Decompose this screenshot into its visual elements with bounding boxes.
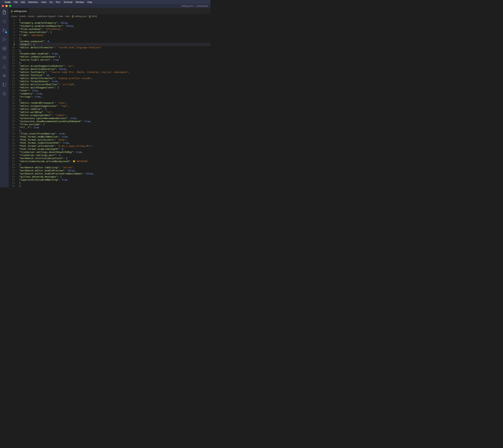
- line-number: 5: [9, 31, 15, 34]
- svg-rect-5: [3, 49, 4, 50]
- code-line[interactable]: "window.zoomLevel": 0,: [19, 40, 210, 43]
- code-line[interactable]: "breadcrumbs.enabled": true,: [19, 52, 210, 55]
- code-line[interactable]: },: [19, 98, 210, 101]
- code-line[interactable]: "workbench.editor.enablePreview": false,: [19, 169, 210, 172]
- crumb-code[interactable]: Code: [58, 15, 63, 17]
- code-line[interactable]: "editor.fontSize": 13,: [19, 74, 210, 77]
- menu-terminal[interactable]: Terminal: [64, 1, 72, 3]
- crumb-appsupport[interactable]: Application Support: [37, 15, 56, 17]
- code-line[interactable]: "files.insertFinalNewline": true,: [19, 132, 210, 135]
- explorer-icon[interactable]: [2, 10, 7, 15]
- code-line[interactable]: "html.format.extraLiners": "body",: [19, 138, 210, 141]
- code-line[interactable]: "telemetry.enableCrashReporter": false,: [19, 24, 210, 28]
- code-line[interactable]: "strings": true,: [19, 95, 210, 98]
- menu-run[interactable]: Run: [56, 1, 60, 3]
- code-line[interactable]: "editor.codeActionsOnSave": {: [19, 55, 210, 58]
- code-line[interactable]: "workbench.editor.tabSizing": "shrink",: [19, 166, 210, 169]
- code-line[interactable]: },: [19, 163, 210, 166]
- code-line[interactable]: },: [19, 129, 210, 132]
- line-number: 3: [9, 24, 15, 28]
- code-line[interactable]: "editor.wrappingIndent": "indent",: [19, 114, 210, 117]
- code-line[interactable]: "extensions.showRecommendationsOnlyOnDem…: [19, 120, 210, 123]
- code-line[interactable]: "other": true,: [19, 89, 210, 92]
- project-manager-icon[interactable]: [2, 82, 7, 87]
- menu-go[interactable]: Go: [50, 1, 52, 3]
- code-line[interactable]: "editor.defaultFormatter": "vscode.html-…: [19, 46, 210, 49]
- code-line[interactable]: "html.format.wrapLineLength": 0,: [19, 147, 210, 151]
- code-line[interactable]: "html.format.endWithNewline": true,: [19, 135, 210, 138]
- code-line[interactable]: "[html]": {: [19, 43, 210, 46]
- menu-view[interactable]: View: [41, 1, 46, 3]
- line-number: 8: [9, 40, 15, 43]
- svg-rect-10: [3, 75, 4, 76]
- menu-edit[interactable]: Edit: [21, 1, 25, 3]
- code-line[interactable]: "liveServer.settings.donotShowInfoMsg": …: [19, 151, 210, 154]
- code-line[interactable]: "suppressGitDisabledWarning": true: [19, 178, 210, 181]
- code-line[interactable]: "telemetry.enableTelemetry": false,: [19, 21, 210, 24]
- code-editor[interactable]: 1234567891011121314151617181920212223242…: [9, 18, 210, 187]
- gitlens-icon[interactable]: [2, 55, 7, 60]
- code-line[interactable]: "editor.wordWrap": "on",: [19, 111, 210, 114]
- chevron-right-icon: ›: [87, 15, 88, 17]
- line-number: 53: [9, 178, 15, 181]
- code-line[interactable]: },: [19, 61, 210, 64]
- code-line[interactable]: "**/._*": true: [19, 126, 210, 129]
- code-line[interactable]: "html.format.unformatted": "b,em,i,span,…: [19, 144, 210, 147]
- code-line[interactable]: "gitlens.advanced.messages": {: [19, 175, 210, 178]
- code-line[interactable]: "editorIndentGuide.activeBackground": "#…: [19, 160, 210, 163]
- menu-file[interactable]: File: [14, 1, 18, 3]
- crumb-ricardo[interactable]: ricardo: [19, 15, 26, 17]
- line-number-gutter: 1234567891011121314151617181920212223242…: [9, 18, 18, 187]
- code-line[interactable]: "*.md": "markdown": [19, 34, 210, 37]
- code-line[interactable]: "editor.snippetSuggestions": "top",: [19, 104, 210, 108]
- code-line[interactable]: "editor.quickSuggestions": {: [19, 86, 210, 89]
- line-number: 42: [9, 144, 15, 147]
- code-line[interactable]: }: [19, 181, 210, 184]
- search-icon[interactable]: [2, 19, 7, 24]
- code-line[interactable]: "extensions.ignoreRecommendations": true…: [19, 117, 210, 120]
- extensions-icon[interactable]: [2, 46, 7, 51]
- code-line[interactable]: "editor.defaultFormatter": "esbenp.prett…: [19, 77, 210, 80]
- code-line[interactable]: {: [19, 18, 210, 21]
- menu-selection[interactable]: Selection: [28, 1, 38, 3]
- code-line[interactable]: }: [19, 184, 210, 187]
- code-line[interactable]: "editor.multiCursorModifier": "ctrlCmd",: [19, 83, 210, 86]
- code-line[interactable]: "editor.tabSize": 2,: [19, 108, 210, 111]
- tab-settings-json[interactable]: {} settings.json: [9, 8, 29, 14]
- code-line[interactable]: "comments": true,: [19, 92, 210, 95]
- code-line[interactable]: },: [19, 49, 210, 52]
- code-line[interactable]: },: [19, 37, 210, 40]
- live-share-icon[interactable]: [2, 91, 7, 96]
- crumb-users[interactable]: Users: [11, 15, 17, 17]
- code-line[interactable]: "files.exclude": {: [19, 123, 210, 126]
- code-line[interactable]: "files.autoSave": "afterDelay",: [19, 28, 210, 31]
- code-line[interactable]: "editor.detectIndentation": false,: [19, 67, 210, 71]
- crumb-symbol[interactable]: [html]: [92, 15, 97, 17]
- code-line[interactable]: "html.format.indentInnerHtml": true,: [19, 141, 210, 144]
- minimize-window-button[interactable]: [5, 5, 8, 7]
- azure-icon[interactable]: [2, 64, 7, 69]
- code-line[interactable]: "editor.formatOnSave": true,: [19, 80, 210, 83]
- code-line[interactable]: "source.fixAll.eslint": true: [19, 58, 210, 61]
- docker-icon[interactable]: [2, 73, 7, 78]
- code-line[interactable]: "editor.acceptSuggestionOnEnter": "on",: [19, 64, 210, 67]
- crumb-library[interactable]: Library: [28, 15, 34, 17]
- source-control-icon[interactable]: 3: [2, 28, 7, 33]
- code-line[interactable]: "editor.renderWhitespace": "none",: [19, 101, 210, 104]
- menu-help[interactable]: Help: [87, 1, 92, 3]
- code-line[interactable]: "workbench.colorCustomizations": {: [19, 157, 210, 160]
- code-line[interactable]: "workbench.editor.enablePreviewFromQuick…: [19, 172, 210, 175]
- menu-window[interactable]: Window: [76, 1, 84, 3]
- breadcrumbs[interactable]: Users› ricardo› Library› Application Sup…: [9, 14, 210, 18]
- maximize-window-button[interactable]: [9, 5, 11, 7]
- code-line[interactable]: "files.associations": {: [19, 31, 210, 34]
- run-debug-icon[interactable]: [2, 37, 7, 42]
- code-line[interactable]: "editor.fontFamily": "'Source Code Pro',…: [19, 71, 210, 74]
- crumb-user[interactable]: User: [65, 15, 69, 17]
- app-menu[interactable]: Code: [5, 1, 11, 3]
- close-window-button[interactable]: [2, 5, 4, 7]
- code-content[interactable]: { "telemetry.enableTelemetry": false, "t…: [18, 18, 210, 187]
- color-swatch-icon: [73, 160, 75, 162]
- crumb-file[interactable]: settings.json: [75, 15, 87, 17]
- code-line[interactable]: "liveServer.settings.port": 0,: [19, 154, 210, 157]
